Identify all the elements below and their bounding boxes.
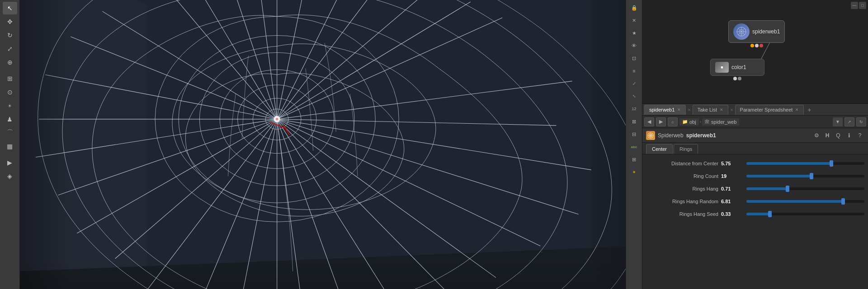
num12-icon[interactable]: 12 bbox=[628, 103, 641, 115]
param-slider-ringshangseed[interactable] bbox=[746, 213, 864, 215]
tab-param-spreadsheet-label: Parameter Spreadsheet bbox=[740, 107, 793, 112]
sub-tabs: Center Rings bbox=[642, 143, 868, 154]
param-slider-fill-ringcount bbox=[746, 175, 811, 177]
star-icon[interactable]: ✦ bbox=[628, 166, 641, 178]
group-icon[interactable]: ⊞ bbox=[3, 72, 17, 85]
filter-icon[interactable]: ⊠ bbox=[628, 116, 641, 127]
snap-icon[interactable]: ⊟ bbox=[628, 128, 641, 140]
svg-rect-49 bbox=[20, 0, 71, 289]
home-button[interactable]: ⌂ bbox=[668, 117, 678, 126]
tab-take-list-close[interactable]: ✕ bbox=[720, 107, 723, 112]
collapse-icon[interactable]: ⤡ bbox=[628, 90, 641, 102]
tab-add-button[interactable]: + bbox=[805, 105, 814, 114]
param-value-ringshangseed[interactable]: 0.33 bbox=[721, 211, 744, 217]
param-question-icon[interactable]: ? bbox=[855, 131, 864, 140]
sub-tab-center[interactable]: Center bbox=[646, 144, 673, 154]
node-color1[interactable]: ■ color1 bbox=[710, 59, 764, 80]
camera-icon[interactable]: ⊙ bbox=[3, 86, 17, 98]
param-name-ringshang: Rings Hang bbox=[646, 186, 718, 191]
breadcrumb-spider-web[interactable]: 🕸 spider_web bbox=[702, 118, 739, 126]
breadcrumb: 📁 obj › 🕸 spider_web bbox=[679, 118, 831, 126]
minimize-button[interactable]: — bbox=[851, 2, 858, 9]
tabs-bar: spiderweb1 ✕ × Take List ✕ × Parameter S… bbox=[642, 104, 868, 116]
param-slider-ringcount[interactable] bbox=[746, 175, 864, 177]
spline-icon[interactable]: ⌒ bbox=[3, 126, 17, 139]
spiderweb1-label: spiderweb1 bbox=[752, 28, 780, 35]
spider-web-svg bbox=[20, 0, 642, 289]
grid-icon[interactable]: ⊞ bbox=[628, 154, 641, 165]
node-connections-svg bbox=[642, 0, 868, 103]
figure-icon[interactable]: ♟ bbox=[3, 113, 17, 126]
viewport-canvas[interactable] bbox=[20, 0, 642, 289]
param-slider-handle-ringshangseed[interactable] bbox=[768, 211, 772, 217]
light-icon[interactable]: ☀ bbox=[3, 99, 17, 112]
param-slider-fill-distance bbox=[746, 162, 831, 165]
layers-icon[interactable]: ≡ bbox=[628, 65, 641, 77]
param-slider-handle-distance[interactable] bbox=[830, 160, 833, 167]
breadcrumb-obj[interactable]: 📁 obj bbox=[679, 118, 699, 126]
param-name-ringshangseed: Rings Hang Seed bbox=[646, 211, 718, 217]
param-slider-distance[interactable] bbox=[746, 162, 864, 165]
node-spiderweb1[interactable]: spiderweb1 bbox=[728, 20, 785, 47]
param-value-distance[interactable]: 5.75 bbox=[721, 161, 744, 166]
anim-icon[interactable]: ◈ bbox=[3, 170, 17, 182]
addr-right-button[interactable]: ↗ bbox=[844, 117, 854, 126]
breadcrumb-obj-label: obj bbox=[689, 119, 696, 125]
transform-icon[interactable]: ⊕ bbox=[3, 56, 17, 69]
bookmark-icon[interactable]: ★ bbox=[628, 27, 641, 39]
param-row-distance: Distance from Center 5.75 bbox=[642, 157, 868, 170]
param-help-h-icon[interactable]: H bbox=[823, 131, 832, 140]
node-graph[interactable]: spiderweb1 ■ color1 — □ bbox=[642, 0, 868, 104]
param-slider-ringshang[interactable] bbox=[746, 187, 864, 190]
tab-param-spreadsheet[interactable]: Parameter Spreadsheet ✕ bbox=[735, 105, 804, 115]
param-value-ringcount[interactable]: 19 bbox=[721, 173, 744, 179]
tab-take-list[interactable]: Take List ✕ bbox=[693, 105, 728, 115]
param-row-ringshang: Rings Hang 0.71 bbox=[642, 182, 868, 195]
param-name-ringshangrand: Rings Hang Random bbox=[646, 199, 718, 204]
addr-dropdown-button[interactable]: ▼ bbox=[833, 117, 843, 126]
param-slider-handle-ringshangrand[interactable] bbox=[841, 198, 845, 205]
render-icon[interactable]: ▶ bbox=[3, 156, 17, 169]
param-value-ringshangrand[interactable]: 6.81 bbox=[721, 199, 744, 204]
tab-separator-1: × bbox=[687, 107, 691, 112]
param-slider-fill-ringshang bbox=[746, 187, 788, 190]
address-bar-right: ▼ ↗ ↻ bbox=[833, 117, 866, 126]
param-value-ringshang[interactable]: 0.71 bbox=[721, 186, 744, 191]
eye-icon[interactable]: 👁 bbox=[628, 40, 641, 51]
expand-icon[interactable]: ⤢ bbox=[628, 78, 641, 89]
texture-icon[interactable]: ▦ bbox=[3, 140, 17, 153]
param-slider-fill-ringshangseed bbox=[746, 213, 770, 215]
param-row-ringshangrand: Rings Hang Random 6.81 bbox=[642, 195, 868, 208]
lock-icon[interactable]: 🔒 bbox=[628, 2, 641, 14]
close-viewport-icon[interactable]: ✕ bbox=[628, 14, 641, 26]
maximize-button[interactable]: □ bbox=[859, 2, 866, 9]
color1-label: color1 bbox=[731, 64, 746, 70]
node-graph-window-controls: — □ bbox=[851, 2, 866, 9]
param-slider-handle-ringcount[interactable] bbox=[810, 173, 813, 179]
select-icon[interactable]: ↖ bbox=[3, 2, 17, 14]
param-info-icon[interactable]: ℹ bbox=[844, 131, 854, 140]
param-settings-icon[interactable]: ⚙ bbox=[812, 131, 821, 140]
tab-spiderweb1-label: spiderweb1 bbox=[649, 107, 675, 112]
addr-refresh-button[interactable]: ↻ bbox=[856, 117, 866, 126]
forward-button[interactable]: ▶ bbox=[656, 117, 666, 126]
rotate-icon[interactable]: ↻ bbox=[3, 29, 17, 42]
back-button[interactable]: ◀ bbox=[644, 117, 654, 126]
param-search-icon[interactable]: Q bbox=[834, 131, 843, 140]
scale-icon[interactable]: ⤢ bbox=[3, 42, 17, 55]
tab-spiderweb1-close[interactable]: ✕ bbox=[677, 107, 681, 112]
move-icon[interactable]: ✥ bbox=[3, 15, 17, 28]
sub-tab-rings-label: Rings bbox=[679, 146, 692, 152]
tab-spiderweb1[interactable]: spiderweb1 ✕ bbox=[644, 105, 686, 115]
camera2-icon[interactable]: ⊡ bbox=[628, 52, 641, 64]
param-slider-handle-ringshang[interactable] bbox=[786, 186, 789, 192]
obj-folder-icon: 📁 bbox=[682, 119, 688, 124]
tab-param-spreadsheet-close[interactable]: ✕ bbox=[795, 107, 799, 112]
right-panel: spiderweb1 ■ color1 — □ bbox=[642, 0, 868, 289]
indicator-orange bbox=[750, 44, 754, 47]
param-slider-fill-ringshangrand bbox=[746, 200, 843, 203]
indicator-grey bbox=[755, 44, 759, 47]
tab-separator-2: × bbox=[729, 107, 734, 112]
param-slider-ringshangrand[interactable] bbox=[746, 200, 864, 203]
sub-tab-rings[interactable]: Rings bbox=[674, 144, 698, 154]
